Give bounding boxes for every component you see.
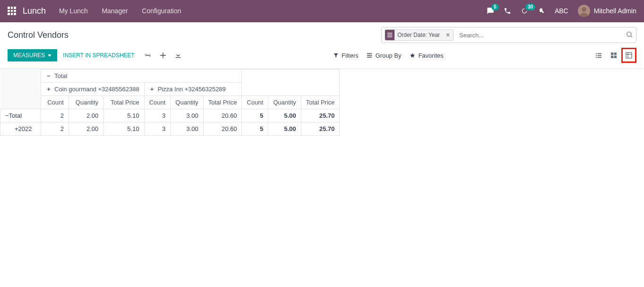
- pivot-cell[interactable]: 2.00: [69, 122, 103, 136]
- pivot-cell[interactable]: 2: [41, 122, 69, 136]
- pivot-cell[interactable]: 3.00: [171, 109, 203, 122]
- svg-rect-7: [367, 55, 372, 56]
- col-vendor-1[interactable]: +Pizza Inn +32456325289: [144, 83, 242, 96]
- insert-spreadsheet-button[interactable]: INSERT IN SPREADSHEET: [57, 49, 140, 61]
- tools-icon[interactable]: [538, 7, 545, 15]
- pivot-cell[interactable]: 2: [41, 109, 69, 122]
- svg-rect-2: [387, 35, 393, 35]
- measure-quantity[interactable]: Quantity: [268, 96, 301, 109]
- pivot-table: −Total +Coin gourmand +32485562388 +Pizz…: [0, 69, 340, 136]
- measure-quantity[interactable]: Quantity: [171, 96, 203, 109]
- pivot-cell[interactable]: 5.10: [103, 122, 144, 136]
- svg-point-4: [627, 32, 631, 36]
- view-pivot-button[interactable]: [621, 48, 636, 63]
- apps-icon[interactable]: [8, 7, 16, 15]
- svg-rect-11: [596, 55, 597, 56]
- funnel-icon: [333, 52, 339, 58]
- pivot-cell[interactable]: 25.70: [301, 122, 340, 136]
- pivot-cell[interactable]: 3.00: [171, 122, 203, 136]
- favorites-menu[interactable]: Favorites: [410, 52, 443, 59]
- svg-rect-15: [611, 52, 613, 55]
- pivot-cell[interactable]: 3: [144, 122, 171, 136]
- download-button[interactable]: [171, 49, 186, 62]
- row-header[interactable]: −Total: [0, 109, 41, 122]
- svg-rect-6: [367, 53, 372, 54]
- measure-total-price[interactable]: Total Price: [103, 96, 144, 109]
- svg-rect-17: [611, 56, 613, 58]
- flip-axis-button[interactable]: [140, 49, 155, 62]
- pivot-cell[interactable]: 20.60: [203, 122, 242, 136]
- search-icon[interactable]: [626, 31, 633, 40]
- pivot-cell[interactable]: 25.70: [301, 109, 340, 122]
- pivot-cell[interactable]: 5: [242, 122, 268, 136]
- star-icon: [410, 52, 415, 58]
- svg-rect-12: [597, 55, 601, 56]
- svg-rect-9: [596, 53, 597, 54]
- search-box[interactable]: Order Date: Year ✕: [381, 27, 636, 43]
- pivot-cell[interactable]: 5.00: [268, 109, 301, 122]
- svg-rect-10: [597, 53, 601, 54]
- view-list-button[interactable]: [591, 48, 606, 63]
- measures-button[interactable]: MEASURES: [8, 49, 57, 61]
- pivot-cell[interactable]: 5: [242, 109, 268, 122]
- svg-point-0: [582, 7, 586, 12]
- messages-icon[interactable]: 5: [487, 7, 494, 15]
- filters-menu[interactable]: Filters: [333, 52, 358, 59]
- svg-rect-8: [367, 57, 372, 58]
- navbar: Lunch My Lunch Manager Configuration 5 3…: [0, 0, 644, 22]
- app-name[interactable]: Lunch: [23, 6, 46, 16]
- row-header[interactable]: +2022: [0, 122, 41, 136]
- measure-total-price[interactable]: Total Price: [203, 96, 242, 109]
- groupby-menu[interactable]: Group By: [367, 52, 401, 59]
- pivot-cell[interactable]: 5.00: [268, 122, 301, 136]
- page-title: Control Vendors: [8, 30, 69, 40]
- measure-count[interactable]: Count: [41, 96, 69, 109]
- col-vendor-0[interactable]: +Coin gourmand +32485562388: [41, 83, 145, 96]
- svg-rect-1: [387, 33, 393, 34]
- toolbar: MEASURES INSERT IN SPREADSHEET Filters G…: [0, 45, 644, 69]
- control-bar: Control Vendors Order Date: Year ✕: [0, 22, 644, 45]
- pivot-cell[interactable]: 20.60: [203, 109, 242, 122]
- pivot-cell[interactable]: 2.00: [69, 109, 103, 122]
- svg-rect-19: [626, 52, 632, 58]
- avatar: [578, 5, 590, 17]
- measure-count[interactable]: Count: [144, 96, 171, 109]
- facet-remove[interactable]: ✕: [443, 32, 453, 38]
- timer-icon[interactable]: 30: [521, 7, 528, 15]
- pivot-cell[interactable]: 5.10: [103, 109, 144, 122]
- nav-configuration[interactable]: Configuration: [142, 7, 181, 15]
- caret-down-icon: [48, 54, 52, 57]
- messages-badge: 5: [491, 4, 499, 10]
- view-kanban-button[interactable]: [606, 48, 621, 63]
- svg-rect-16: [614, 52, 617, 55]
- nav-my-lunch[interactable]: My Lunch: [59, 7, 88, 15]
- search-input[interactable]: [456, 27, 626, 43]
- svg-rect-3: [387, 36, 393, 37]
- groupby-icon: [385, 30, 395, 40]
- expand-all-button[interactable]: [155, 49, 171, 62]
- nav-manager[interactable]: Manager: [102, 7, 128, 15]
- company-selector[interactable]: ABC: [555, 7, 568, 15]
- user-name: Mitchell Admin: [594, 7, 636, 15]
- measure-total-price[interactable]: Total Price: [301, 96, 340, 109]
- measure-quantity[interactable]: Quantity: [69, 96, 103, 109]
- svg-rect-13: [596, 57, 597, 58]
- col-total-header[interactable]: −Total: [41, 70, 242, 83]
- timer-badge: 30: [525, 4, 535, 10]
- svg-line-5: [631, 36, 632, 37]
- measure-count[interactable]: Count: [242, 96, 268, 109]
- nav-menu: My Lunch Manager Configuration: [59, 7, 194, 15]
- svg-rect-18: [614, 56, 617, 58]
- list-icon: [367, 52, 372, 58]
- user-menu[interactable]: Mitchell Admin: [578, 5, 636, 17]
- svg-rect-14: [597, 57, 601, 58]
- facet-label: Order Date: Year: [395, 32, 443, 38]
- phone-icon[interactable]: [504, 7, 511, 15]
- search-facet: Order Date: Year ✕: [385, 29, 454, 41]
- pivot-cell[interactable]: 3: [144, 109, 171, 122]
